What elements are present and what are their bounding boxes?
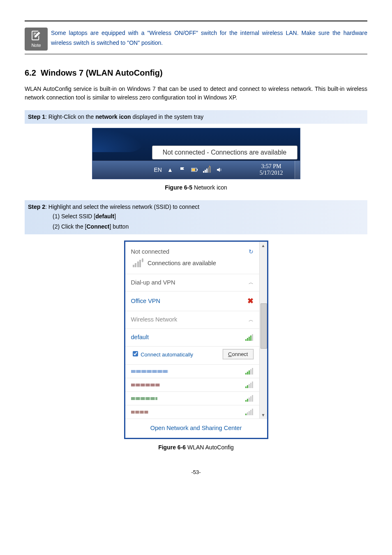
step2-item2-bold: Connect [86, 223, 109, 230]
signal-strength-icon [245, 382, 254, 388]
wlan-dialup-label: Dial-up and VPN [131, 278, 175, 287]
top-horizontal-rule [25, 21, 367, 21]
obscured-ssid [131, 370, 168, 373]
obscured-ssid [131, 397, 157, 400]
signal-strength-icon [245, 334, 254, 341]
wlan-connect-auto-label[interactable]: Connect automatically [131, 350, 194, 359]
wlan-dialup-section[interactable]: Dial-up and VPN ︿ [125, 274, 259, 292]
tray-time: 3:57 PM [260, 163, 283, 170]
action-center-flag-icon[interactable] [178, 166, 187, 174]
obscured-ssid [131, 384, 160, 386]
step2-item1-post: ] [114, 213, 116, 220]
step2-bar: Step 2: Highlight and select the wireles… [25, 200, 367, 211]
step1-bar: Step 1: Right-Click on the network icon … [25, 110, 367, 124]
page-number: -53- [25, 468, 367, 476]
wlan-ssid-obscured-2[interactable] [125, 378, 259, 392]
step1-text-after: displayed in the system tray [131, 113, 204, 120]
section-number: 6.2 [25, 68, 36, 77]
svg-rect-2 [197, 169, 198, 171]
section-title: Windows 7 (WLAN AutoConfig) [41, 68, 163, 77]
figure-2-wlan-panel: Not connected ↻ Connections are availabl… [25, 240, 367, 439]
wlan-connect-auto-text: Connect automatically [141, 352, 193, 358]
wlan-not-connected-label: Not connected [131, 247, 170, 257]
figure-1-text: Network icon [192, 184, 227, 191]
step2-item-1: (1) Select SSID [default] [28, 211, 364, 222]
step2-item-2: (2) Click the [Connect] button [28, 222, 364, 232]
figure-1-caption: Figure 6-5 Network icon [25, 183, 367, 192]
wlan-wireless-section[interactable]: Wireless Network ︿ [125, 311, 259, 329]
step2-label: Step 2 [28, 204, 45, 210]
wlan-default-label: default [131, 333, 149, 342]
wlan-available-label: Connections are available [148, 259, 216, 268]
step2-item2-post: ] button [109, 223, 129, 230]
x-disconnected-icon: ✖ [247, 296, 254, 307]
note-callout: Note Some laptops are equipped with a "W… [25, 28, 367, 54]
chevron-up-icon: ︿ [249, 279, 254, 286]
scrollbar[interactable]: ▲ ▼ [259, 242, 267, 419]
figure-1-systray: Not connected - Connections are availabl… [25, 128, 367, 179]
signal-available-icon [133, 260, 141, 267]
svg-rect-3 [192, 169, 195, 171]
wlan-ssid-obscured-3[interactable] [125, 392, 259, 405]
step1-label: Step 1 [28, 113, 45, 120]
obscured-ssid [131, 411, 148, 414]
step2-text: : Highlight and select the wireless netw… [45, 204, 199, 210]
connect-automatically-checkbox[interactable] [133, 351, 138, 356]
step2-item1-pre: (1) Select SSID [ [53, 213, 95, 220]
figure-2-text: WLAN AutoConfig [186, 444, 234, 451]
note-label: Note [31, 42, 41, 49]
tray-language-indicator[interactable]: EN [154, 166, 162, 174]
chevron-up-icon: ︿ [249, 316, 254, 324]
step1-text-before: : Right-Click on the [45, 113, 95, 120]
note-text: Some laptops are equipped with a "Wirele… [51, 28, 367, 51]
tray-clock[interactable]: 3:57 PM 5/17/2012 [256, 162, 286, 177]
section-intro: WLAN AutoConfig service is built-in on W… [25, 85, 367, 102]
figure-1-label: Figure 6-5 [165, 184, 192, 191]
wlan-connections-available: Connections are available [125, 259, 259, 274]
wlan-connect-auto-row: Connect automatically Connect [125, 347, 259, 365]
connect-button[interactable]: Connect [223, 349, 253, 360]
scroll-thumb[interactable] [261, 303, 267, 349]
section-heading: 6.2 Windows 7 (WLAN AutoConfig) [25, 67, 367, 79]
wlan-ssid-obscured-4[interactable] [125, 405, 259, 419]
show-hidden-icons-icon[interactable]: ▲ [166, 166, 174, 174]
volume-icon[interactable] [215, 166, 224, 174]
wlan-ssid-obscured-1[interactable] [125, 365, 259, 378]
taskbar: EN ▲ 3:57 PM 5/17/2012 [92, 160, 300, 179]
signal-strength-icon [245, 368, 254, 375]
network-icon[interactable] [203, 166, 211, 174]
scroll-down-icon[interactable]: ▼ [260, 411, 267, 419]
signal-strength-icon [245, 395, 254, 402]
scroll-up-icon[interactable]: ▲ [260, 242, 267, 249]
refresh-icon[interactable]: ↻ [249, 247, 254, 256]
step2-list: (1) Select SSID [default] (2) Click the … [25, 211, 367, 234]
wlan-wireless-label: Wireless Network [131, 315, 178, 324]
connect-button-rest: onnect [232, 351, 248, 357]
figure-2-caption: Figure 6-6 WLAN AutoConfig [25, 443, 367, 452]
wlan-office-vpn[interactable]: Office VPN ✖ [125, 291, 259, 311]
tray-tooltip: Not connected - Connections are availabl… [152, 146, 297, 160]
step2-item1-bold: default [95, 213, 114, 220]
signal-strength-icon [245, 409, 254, 415]
tray-date: 5/17/2012 [260, 170, 283, 176]
wlan-header: Not connected ↻ [125, 242, 259, 259]
show-desktop-button[interactable] [295, 161, 300, 179]
wlan-ssid-default[interactable]: default [125, 329, 259, 347]
open-network-sharing-center-link[interactable]: Open Network and Sharing Center [125, 419, 267, 438]
battery-icon[interactable] [191, 166, 199, 174]
wlan-office-vpn-label: Office VPN [131, 297, 160, 306]
step1-bold: network icon [95, 113, 131, 120]
note-icon: Note [25, 28, 48, 51]
step2-item2-pre: (2) Click the [ [53, 223, 86, 230]
figure-2-label: Figure 6-6 [158, 444, 186, 451]
